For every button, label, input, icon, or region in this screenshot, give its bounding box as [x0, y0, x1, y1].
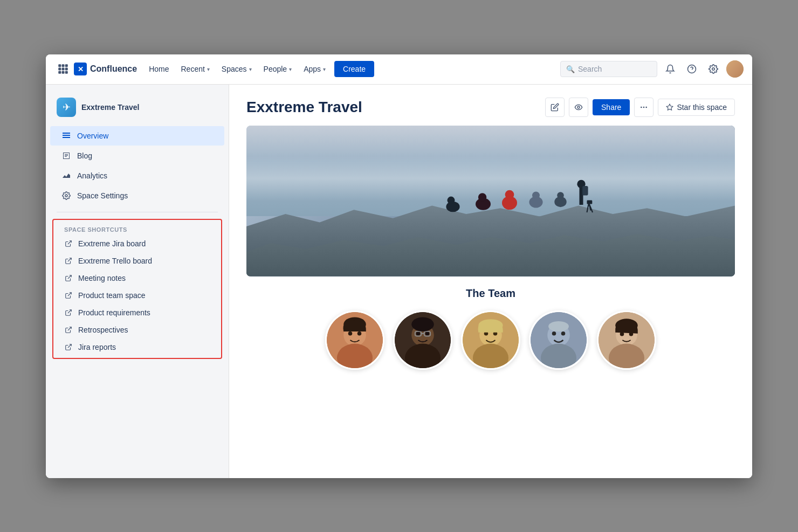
settings-button[interactable]	[705, 60, 722, 78]
avatar-2	[395, 312, 451, 368]
blog-icon	[61, 150, 72, 161]
svg-rect-4	[62, 68, 65, 71]
people-silhouettes	[246, 148, 735, 224]
svg-line-16	[68, 292, 71, 295]
team-section	[229, 310, 752, 370]
help-button[interactable]	[683, 60, 700, 78]
content-header: Exxtreme Travel Share	[229, 85, 752, 126]
settings-label: Space Settings	[77, 191, 128, 200]
more-button[interactable]	[634, 98, 653, 117]
product-req-label: Product requirements	[78, 308, 150, 317]
plane-icon: ✈	[63, 101, 71, 113]
star-icon	[666, 103, 673, 111]
svg-rect-41	[587, 200, 593, 204]
logo-icon: ✕	[74, 63, 87, 75]
page-title: Exxtreme Travel	[246, 99, 362, 116]
sidebar-item-blog[interactable]: Blog	[50, 146, 224, 165]
external-link-icon-2	[64, 257, 73, 265]
analytics-label: Analytics	[77, 171, 107, 180]
svg-point-45	[348, 331, 353, 335]
svg-point-68	[548, 321, 569, 331]
external-link-icon-7	[64, 343, 73, 351]
retrospectives-label: Retrospectives	[78, 326, 128, 334]
team-avatars	[246, 310, 735, 370]
search-box[interactable]: 🔍 Search	[560, 61, 657, 77]
spaces-chevron: ▾	[249, 66, 252, 72]
nav-people[interactable]: People ▾	[258, 61, 298, 77]
external-link-icon-3	[64, 274, 73, 282]
svg-line-14	[68, 258, 71, 261]
svg-line-17	[68, 309, 71, 313]
avatar-5	[598, 312, 655, 368]
product-team-label: Product team space	[78, 291, 146, 300]
shortcut-jira-board[interactable]: Exxtreme Jira board	[53, 235, 221, 252]
nav-home[interactable]: Home	[143, 61, 174, 77]
sidebar-item-analytics[interactable]: Analytics	[50, 166, 224, 185]
svg-line-13	[68, 240, 71, 244]
svg-rect-3	[58, 68, 61, 71]
svg-rect-1	[62, 64, 65, 67]
sidebar-item-overview[interactable]: Overview	[50, 126, 224, 146]
svg-rect-2	[65, 64, 68, 67]
external-link-icon-6	[64, 326, 73, 334]
create-button[interactable]: Create	[334, 61, 374, 77]
svg-point-46	[357, 331, 362, 335]
team-member-2[interactable]	[393, 310, 452, 370]
svg-line-15	[68, 275, 71, 278]
svg-marker-24	[667, 104, 673, 110]
nav-apps[interactable]: Apps ▾	[298, 61, 331, 77]
external-link-icon	[64, 239, 73, 248]
shortcut-jira-reports[interactable]: Jira reports	[53, 338, 221, 356]
blog-label: Blog	[77, 151, 92, 160]
star-label: Star this space	[677, 103, 727, 112]
window-frame: ✕ Confluence Home Recent ▾ Spaces ▾ Peop…	[46, 54, 752, 478]
shortcut-trello-board[interactable]: Exxtreme Trello board	[53, 252, 221, 270]
svg-rect-7	[62, 71, 65, 74]
space-name: Exxtreme Travel	[81, 103, 139, 112]
shortcut-retrospectives[interactable]: Retrospectives	[53, 321, 221, 338]
svg-point-12	[65, 195, 67, 197]
analytics-icon	[61, 170, 72, 181]
edit-button[interactable]	[545, 98, 565, 117]
svg-rect-0	[58, 64, 61, 67]
star-space-button[interactable]: Star this space	[658, 99, 735, 116]
main-layout: ✈ Exxtreme Travel Overview Blog	[46, 85, 752, 478]
nav-recent[interactable]: Recent ▾	[175, 61, 215, 77]
shortcut-product-team[interactable]: Product team space	[53, 287, 221, 304]
user-avatar[interactable]	[726, 60, 744, 78]
svg-point-32	[532, 191, 540, 199]
team-member-4[interactable]	[529, 310, 588, 370]
svg-point-28	[478, 193, 486, 201]
hero-image	[246, 126, 735, 277]
shortcut-meeting-notes[interactable]: Meeting notes	[53, 270, 221, 287]
team-member-1[interactable]	[325, 310, 384, 370]
svg-rect-5	[65, 68, 68, 71]
svg-point-22	[643, 106, 645, 108]
svg-point-21	[641, 106, 642, 108]
sidebar-space-header[interactable]: ✈ Exxtreme Travel	[46, 93, 229, 126]
search-placeholder: Search	[578, 65, 602, 73]
confluence-logo[interactable]: ✕ Confluence	[74, 63, 137, 75]
meeting-notes-label: Meeting notes	[78, 274, 126, 282]
svg-point-67	[561, 331, 566, 335]
shortcut-product-req[interactable]: Product requirements	[53, 304, 221, 321]
share-button[interactable]: Share	[593, 99, 630, 115]
team-member-3[interactable]	[461, 310, 520, 370]
svg-point-23	[646, 106, 648, 108]
svg-point-11	[712, 68, 715, 71]
grid-icon[interactable]	[54, 60, 72, 78]
trello-board-label: Exxtreme Trello board	[78, 257, 152, 265]
team-member-5[interactable]	[597, 310, 656, 370]
team-section-title: The Team	[246, 287, 735, 300]
people-chevron: ▾	[289, 66, 292, 72]
notifications-button[interactable]	[662, 60, 679, 78]
svg-line-18	[68, 327, 71, 330]
sidebar-item-settings[interactable]: Space Settings	[50, 186, 224, 205]
overview-icon	[61, 130, 72, 141]
content-area: Exxtreme Travel Share	[229, 85, 752, 478]
nav-spaces[interactable]: Spaces ▾	[216, 61, 257, 77]
watch-button[interactable]	[569, 98, 588, 117]
external-link-icon-4	[64, 291, 73, 300]
avatar-image	[726, 60, 744, 78]
svg-point-52	[425, 331, 430, 335]
